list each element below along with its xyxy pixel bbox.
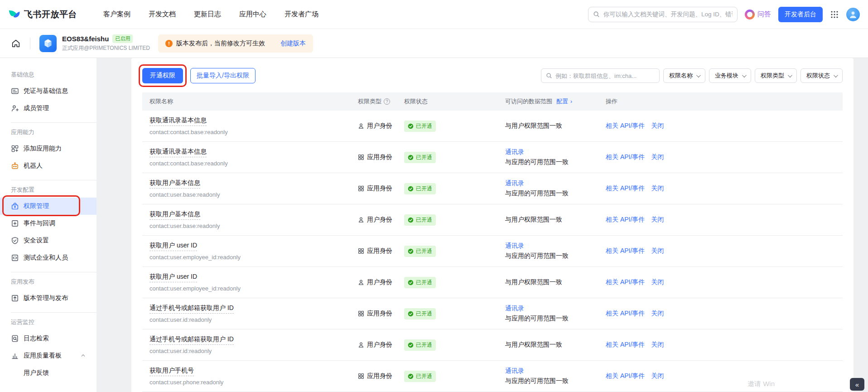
table-row: 获取用户基本信息contact:user.base:readonly应用身份已开… bbox=[142, 173, 843, 204]
permission-name[interactable]: 通过手机号或邮箱获取用户 ID bbox=[149, 304, 234, 314]
permission-name[interactable]: 获取通讯录基本信息 bbox=[149, 148, 207, 157]
nav-item-0[interactable]: 客户案例 bbox=[103, 10, 130, 19]
version-banner: ! 版本发布后，当前修改方可生效 创建版本 bbox=[158, 34, 313, 53]
filter-business-module[interactable]: 业务模块 bbox=[709, 68, 751, 83]
sidebar-item-安全设置[interactable]: 安全设置 bbox=[0, 232, 96, 249]
open-permission-button[interactable]: 开通权限 bbox=[142, 68, 183, 83]
permission-search-input[interactable] bbox=[555, 73, 655, 79]
permission-name[interactable]: 获取通讯录基本信息 bbox=[149, 116, 207, 126]
related-api-events-link[interactable]: 相关 API/事件 bbox=[606, 153, 645, 161]
status-badge: 已开通 bbox=[404, 183, 436, 194]
permission-search[interactable] bbox=[541, 68, 660, 83]
scope-contacts-link[interactable]: 通讯录 bbox=[505, 305, 524, 313]
scope-contacts-link[interactable]: 通讯录 bbox=[505, 179, 524, 188]
permission-name[interactable]: 获取用户 user ID bbox=[149, 242, 197, 251]
sidebar: 基础信息凭证与基础信息成员管理应用能力添加应用能力机器人开发配置权限管理事件与回… bbox=[0, 58, 96, 392]
app-subtitle: 正式应用@PRIMETONICS LIMITED bbox=[62, 44, 150, 52]
sidebar-section-title: 应用发布 bbox=[0, 278, 96, 286]
apps-grid-icon[interactable] bbox=[830, 10, 839, 19]
sidebar-item-成员管理[interactable]: 成员管理 bbox=[0, 100, 96, 117]
sidebar-item-测试企业和人员[interactable]: 测试企业和人员 bbox=[0, 249, 96, 266]
permission-name[interactable]: 获取用户基本信息 bbox=[149, 210, 200, 220]
app-cube-icon bbox=[39, 35, 57, 52]
filter-permission-status[interactable]: 权限状态 bbox=[800, 68, 843, 83]
feishu-logo-icon bbox=[8, 8, 20, 20]
status-badge: 已开通 bbox=[404, 121, 436, 132]
filter-permission-name[interactable]: 权限名称 bbox=[663, 68, 705, 83]
sidebar-item-label: 版本管理与发布 bbox=[24, 294, 68, 302]
permission-code: contact:user.base:readonly bbox=[149, 223, 220, 229]
close-permission-link[interactable]: 关闭 bbox=[651, 341, 664, 349]
permission-name[interactable]: 获取用户基本信息 bbox=[149, 179, 200, 189]
related-api-events-link[interactable]: 相关 API/事件 bbox=[606, 310, 645, 318]
sidebar-item-事件与回调[interactable]: 事件与回调 bbox=[0, 215, 96, 232]
check-circle-icon bbox=[408, 311, 414, 317]
scope-contacts-link[interactable]: 通讯录 bbox=[505, 242, 524, 250]
sidebar-divider bbox=[11, 180, 96, 180]
sidebar-item-权限管理[interactable]: 权限管理 bbox=[0, 198, 96, 215]
configure-link[interactable]: 配置 bbox=[556, 97, 568, 106]
developer-console-button[interactable]: 开发者后台 bbox=[778, 7, 823, 22]
permission-code: contact:user.id:readonly bbox=[149, 348, 212, 354]
table-header: 权限名称 权限类型 ? 权限状态 可访问的数据范围 配置 › 操作 bbox=[142, 92, 843, 111]
close-permission-link[interactable]: 关闭 bbox=[651, 278, 664, 286]
scope-contacts-link[interactable]: 通讯录 bbox=[505, 367, 524, 375]
close-permission-link[interactable]: 关闭 bbox=[651, 372, 664, 380]
related-api-events-link[interactable]: 相关 API/事件 bbox=[606, 341, 645, 349]
brand[interactable]: 飞书开放平台 bbox=[8, 8, 77, 20]
close-permission-link[interactable]: 关闭 bbox=[651, 216, 664, 224]
sidebar-item-日志检索[interactable]: 日志检索 bbox=[0, 330, 96, 347]
global-search[interactable] bbox=[588, 7, 738, 22]
sidebar-item-机器人[interactable]: 机器人 bbox=[0, 157, 96, 174]
sidebar-item-添加应用能力[interactable]: 添加应用能力 bbox=[0, 140, 96, 157]
nav-item-3[interactable]: 应用中心 bbox=[239, 10, 266, 19]
chevron-down-icon bbox=[742, 73, 747, 77]
header-name: 权限名称 bbox=[149, 97, 358, 106]
app-identity-icon bbox=[358, 248, 364, 254]
related-api-events-link[interactable]: 相关 API/事件 bbox=[606, 216, 645, 224]
member-add-icon bbox=[11, 104, 19, 112]
question-circle-icon[interactable]: ? bbox=[384, 98, 390, 105]
chevron-up-icon[interactable] bbox=[81, 352, 86, 359]
filter-permission-type[interactable]: 权限类型 bbox=[755, 68, 797, 83]
global-search-input[interactable] bbox=[603, 11, 733, 18]
permission-name[interactable]: 通过手机号或邮箱获取用户 ID bbox=[149, 335, 234, 345]
related-api-events-link[interactable]: 相关 API/事件 bbox=[606, 278, 645, 286]
permission-type-label: 用户身份 bbox=[367, 122, 392, 130]
related-api-events-link[interactable]: 相关 API/事件 bbox=[606, 122, 645, 130]
scope-text: 与应用的可用范围一致 bbox=[505, 189, 569, 198]
sidebar-item-用户反馈[interactable]: 用户反馈 bbox=[0, 364, 96, 382]
scope-text: 与应用的可用范围一致 bbox=[505, 377, 569, 385]
close-permission-link[interactable]: 关闭 bbox=[651, 153, 664, 161]
table-row: 通过手机号或邮箱获取用户 IDcontact:user.id:readonly用… bbox=[142, 329, 843, 361]
table-row: 获取用户 user IDcontact:user.employee_id:rea… bbox=[142, 267, 843, 298]
status-badge: 已开通 bbox=[404, 246, 436, 257]
sidebar-item-label: 事件与回调 bbox=[24, 219, 55, 227]
related-api-events-link[interactable]: 相关 API/事件 bbox=[606, 247, 645, 255]
collapse-sidebar-button[interactable]: « bbox=[850, 378, 864, 391]
close-permission-link[interactable]: 关闭 bbox=[651, 310, 664, 318]
app-identity-icon bbox=[358, 373, 364, 379]
sidebar-item-凭证与基础信息[interactable]: 凭证与基础信息 bbox=[0, 82, 96, 100]
scope-contacts-link[interactable]: 通讯录 bbox=[505, 148, 524, 156]
qa-button[interactable]: 问答 bbox=[745, 10, 771, 19]
create-version-link[interactable]: 创建版本 bbox=[280, 39, 306, 48]
home-icon[interactable] bbox=[11, 39, 21, 48]
close-permission-link[interactable]: 关闭 bbox=[651, 247, 664, 255]
close-permission-link[interactable]: 关闭 bbox=[651, 122, 664, 130]
nav-item-1[interactable]: 开发文档 bbox=[149, 10, 176, 19]
permission-name[interactable]: 获取用户 user ID bbox=[149, 273, 197, 282]
permission-type-label: 用户身份 bbox=[367, 216, 392, 224]
batch-import-export-button[interactable]: 批量导入/导出权限 bbox=[190, 68, 256, 83]
sidebar-item-版本管理与发布[interactable]: 版本管理与发布 bbox=[0, 290, 96, 307]
related-api-events-link[interactable]: 相关 API/事件 bbox=[606, 184, 645, 193]
user-identity-icon bbox=[358, 279, 364, 286]
related-api-events-link[interactable]: 相关 API/事件 bbox=[606, 372, 645, 380]
sidebar-item-应用质量看板[interactable]: 应用质量看板 bbox=[0, 347, 96, 364]
close-permission-link[interactable]: 关闭 bbox=[651, 184, 664, 193]
nav-item-2[interactable]: 更新日志 bbox=[194, 10, 221, 19]
avatar[interactable] bbox=[846, 8, 860, 21]
nav-item-4[interactable]: 开发者广场 bbox=[285, 10, 318, 19]
permission-name[interactable]: 获取用户手机号 bbox=[149, 367, 194, 376]
main-content: 开通权限 批量导入/导出权限 权限名称 业务模块 权限类型 bbox=[131, 58, 854, 392]
